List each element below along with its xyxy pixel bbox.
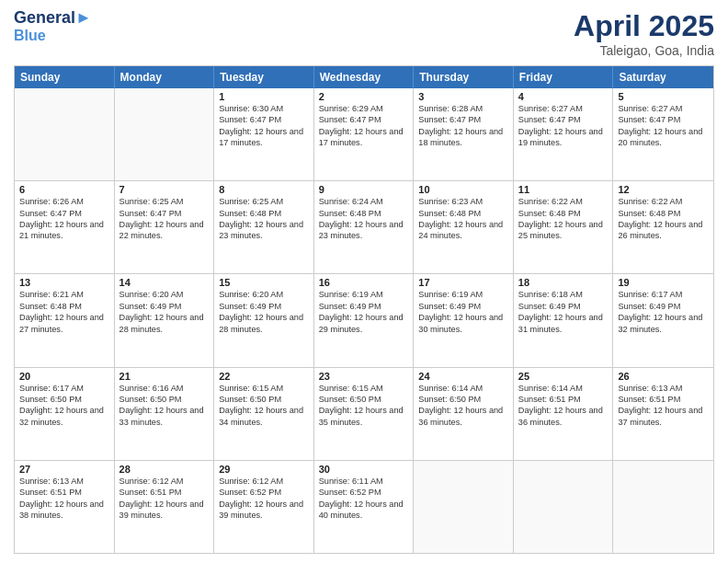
sunset-text: Sunset: 6:48 PM: [418, 208, 508, 219]
daylight-text: Daylight: 12 hours and 31 minutes.: [518, 312, 609, 335]
sunset-text: Sunset: 6:49 PM: [618, 301, 709, 312]
sunset-text: Sunset: 6:50 PM: [119, 394, 210, 405]
logo: General► Blue: [14, 9, 92, 43]
sunset-text: Sunset: 6:50 PM: [418, 394, 508, 405]
subtitle: Taleigao, Goa, India: [574, 43, 714, 58]
empty-cell: [514, 461, 614, 553]
day-cell-4: 4Sunrise: 6:27 AMSunset: 6:47 PMDaylight…: [514, 88, 614, 180]
sunset-text: Sunset: 6:52 PM: [319, 487, 409, 498]
sunrise-text: Sunrise: 6:14 AM: [418, 383, 508, 394]
day-cell-11: 11Sunrise: 6:22 AMSunset: 6:48 PMDayligh…: [514, 181, 614, 273]
daylight-text: Daylight: 12 hours and 39 minutes.: [119, 499, 210, 522]
day-number: 16: [319, 277, 409, 288]
daylight-text: Daylight: 12 hours and 26 minutes.: [618, 219, 709, 242]
day-cell-21: 21Sunrise: 6:16 AMSunset: 6:50 PMDayligh…: [115, 368, 215, 460]
day-cell-30: 30Sunrise: 6:11 AMSunset: 6:52 PMDayligh…: [314, 461, 415, 553]
sunrise-text: Sunrise: 6:22 AM: [518, 196, 609, 207]
day-number: 22: [219, 371, 309, 382]
sunset-text: Sunset: 6:48 PM: [19, 301, 109, 312]
sunset-text: Sunset: 6:49 PM: [219, 301, 309, 312]
sunrise-text: Sunrise: 6:12 AM: [119, 476, 210, 487]
sunset-text: Sunset: 6:47 PM: [518, 114, 609, 125]
sunrise-text: Sunrise: 6:15 AM: [219, 383, 309, 394]
day-cell-3: 3Sunrise: 6:28 AMSunset: 6:47 PMDaylight…: [414, 88, 514, 180]
sunrise-text: Sunrise: 6:22 AM: [618, 196, 709, 207]
day-cell-13: 13Sunrise: 6:21 AMSunset: 6:48 PMDayligh…: [15, 274, 115, 366]
sunset-text: Sunset: 6:47 PM: [618, 114, 709, 125]
calendar: SundayMondayTuesdayWednesdayThursdayFrid…: [14, 65, 714, 554]
daylight-text: Daylight: 12 hours and 32 minutes.: [19, 405, 109, 428]
day-number: 21: [119, 371, 210, 382]
day-cell-16: 16Sunrise: 6:19 AMSunset: 6:49 PMDayligh…: [314, 274, 415, 366]
sunrise-text: Sunrise: 6:27 AM: [618, 103, 709, 114]
day-cell-12: 12Sunrise: 6:22 AMSunset: 6:48 PMDayligh…: [613, 181, 713, 273]
daylight-text: Daylight: 12 hours and 25 minutes.: [518, 219, 609, 242]
header: General► Blue April 2025 Taleigao, Goa, …: [14, 9, 714, 58]
empty-cell: [613, 461, 713, 553]
day-number: 24: [418, 371, 508, 382]
daylight-text: Daylight: 12 hours and 30 minutes.: [418, 312, 508, 335]
day-number: 10: [418, 184, 508, 195]
day-number: 12: [618, 184, 709, 195]
daylight-text: Daylight: 12 hours and 36 minutes.: [518, 405, 609, 428]
main-title: April 2025: [574, 9, 714, 43]
day-header-tuesday: Tuesday: [214, 66, 314, 88]
day-cell-17: 17Sunrise: 6:19 AMSunset: 6:49 PMDayligh…: [414, 274, 514, 366]
daylight-text: Daylight: 12 hours and 35 minutes.: [319, 405, 409, 428]
sunset-text: Sunset: 6:47 PM: [319, 114, 409, 125]
day-header-thursday: Thursday: [414, 66, 514, 88]
calendar-week-5: 27Sunrise: 6:13 AMSunset: 6:51 PMDayligh…: [15, 461, 713, 553]
day-number: 26: [618, 371, 709, 382]
sunrise-text: Sunrise: 6:27 AM: [518, 103, 609, 114]
calendar-week-4: 20Sunrise: 6:17 AMSunset: 6:50 PMDayligh…: [15, 368, 713, 461]
sunset-text: Sunset: 6:50 PM: [219, 394, 309, 405]
day-number: 3: [418, 91, 508, 102]
sunrise-text: Sunrise: 6:19 AM: [319, 289, 409, 300]
day-number: 8: [219, 184, 309, 195]
sunrise-text: Sunrise: 6:26 AM: [19, 196, 109, 207]
daylight-text: Daylight: 12 hours and 28 minutes.: [219, 312, 309, 335]
sunset-text: Sunset: 6:47 PM: [418, 114, 508, 125]
calendar-week-2: 6Sunrise: 6:26 AMSunset: 6:47 PMDaylight…: [15, 181, 713, 274]
daylight-text: Daylight: 12 hours and 17 minutes.: [319, 126, 409, 149]
calendar-week-3: 13Sunrise: 6:21 AMSunset: 6:48 PMDayligh…: [15, 274, 713, 367]
day-number: 20: [19, 371, 109, 382]
day-cell-15: 15Sunrise: 6:20 AMSunset: 6:49 PMDayligh…: [214, 274, 314, 366]
calendar-week-1: 1Sunrise: 6:30 AMSunset: 6:47 PMDaylight…: [15, 88, 713, 181]
sunset-text: Sunset: 6:50 PM: [319, 394, 409, 405]
day-cell-5: 5Sunrise: 6:27 AMSunset: 6:47 PMDaylight…: [613, 88, 713, 180]
daylight-text: Daylight: 12 hours and 40 minutes.: [319, 499, 409, 522]
sunrise-text: Sunrise: 6:29 AM: [319, 103, 409, 114]
sunset-text: Sunset: 6:48 PM: [219, 208, 309, 219]
sunset-text: Sunset: 6:51 PM: [618, 394, 709, 405]
daylight-text: Daylight: 12 hours and 39 minutes.: [219, 499, 309, 522]
sunset-text: Sunset: 6:48 PM: [319, 208, 409, 219]
daylight-text: Daylight: 12 hours and 38 minutes.: [19, 499, 109, 522]
day-cell-19: 19Sunrise: 6:17 AMSunset: 6:49 PMDayligh…: [613, 274, 713, 366]
sunrise-text: Sunrise: 6:17 AM: [618, 289, 709, 300]
sunrise-text: Sunrise: 6:25 AM: [119, 196, 210, 207]
sunrise-text: Sunrise: 6:19 AM: [418, 289, 508, 300]
day-cell-24: 24Sunrise: 6:14 AMSunset: 6:50 PMDayligh…: [414, 368, 514, 460]
day-cell-25: 25Sunrise: 6:14 AMSunset: 6:51 PMDayligh…: [514, 368, 614, 460]
day-number: 17: [418, 277, 508, 288]
daylight-text: Daylight: 12 hours and 22 minutes.: [119, 219, 210, 242]
sunrise-text: Sunrise: 6:24 AM: [319, 196, 409, 207]
daylight-text: Daylight: 12 hours and 34 minutes.: [219, 405, 309, 428]
sunset-text: Sunset: 6:47 PM: [219, 114, 309, 125]
sunset-text: Sunset: 6:49 PM: [119, 301, 210, 312]
daylight-text: Daylight: 12 hours and 33 minutes.: [119, 405, 210, 428]
logo-text: General►: [14, 9, 92, 28]
daylight-text: Daylight: 12 hours and 36 minutes.: [418, 405, 508, 428]
day-cell-1: 1Sunrise: 6:30 AMSunset: 6:47 PMDaylight…: [214, 88, 314, 180]
sunset-text: Sunset: 6:49 PM: [518, 301, 609, 312]
sunrise-text: Sunrise: 6:23 AM: [418, 196, 508, 207]
daylight-text: Daylight: 12 hours and 18 minutes.: [418, 126, 508, 149]
daylight-text: Daylight: 12 hours and 32 minutes.: [618, 312, 709, 335]
sunrise-text: Sunrise: 6:17 AM: [19, 383, 109, 394]
day-cell-2: 2Sunrise: 6:29 AMSunset: 6:47 PMDaylight…: [314, 88, 415, 180]
sunset-text: Sunset: 6:48 PM: [518, 208, 609, 219]
calendar-body: 1Sunrise: 6:30 AMSunset: 6:47 PMDaylight…: [15, 88, 713, 553]
sunrise-text: Sunrise: 6:20 AM: [219, 289, 309, 300]
sunset-text: Sunset: 6:52 PM: [219, 487, 309, 498]
